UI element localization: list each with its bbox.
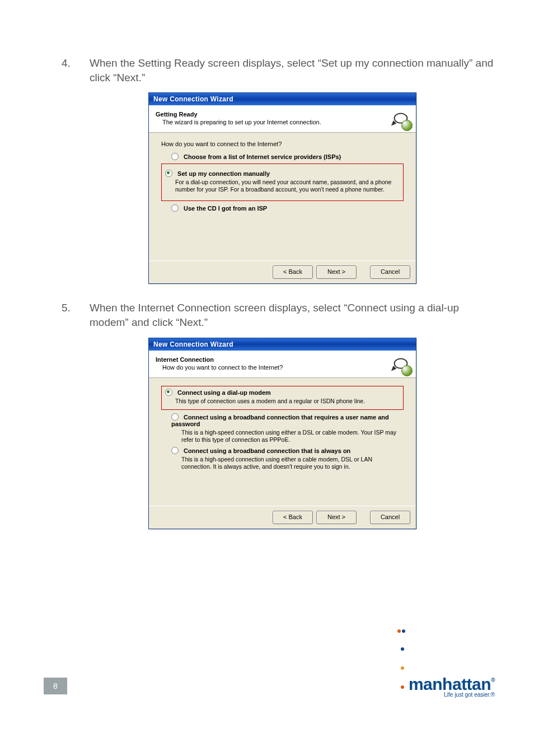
highlighted-option: Connect using a dial-up modem This type … [161, 386, 404, 410]
radio-label: Use the CD I got from an ISP [184, 205, 267, 212]
brand-text: manhattan [409, 675, 491, 693]
radio-option-dialup[interactable]: Connect using a dial-up modem [165, 389, 400, 396]
dialog-titlebar: New Connection Wizard [149, 338, 416, 351]
back-button[interactable]: < Back [273, 265, 313, 279]
step-5-text: 5.When the Internet Connection screen di… [76, 301, 495, 329]
option-description: This is a high-speed connection using ei… [181, 429, 404, 444]
page-number: 8 [44, 678, 67, 694]
radio-icon [171, 204, 179, 212]
next-button[interactable]: Next > [316, 265, 357, 279]
radio-icon [165, 389, 172, 396]
dialog-getting-ready: New Connection Wizard Getting Ready The … [148, 92, 416, 284]
radio-label: Connect using a broadband connection tha… [171, 414, 389, 427]
radio-label: Set up my connection manually [177, 170, 270, 177]
radio-icon [171, 153, 179, 160]
step-5-number: 5. [76, 301, 90, 315]
option-description: For a dial-up connection, you will need … [175, 179, 400, 193]
radio-option-manual[interactable]: Set up my connection manually [165, 170, 400, 177]
brand-logo: manhattan® Life just got easier.® [397, 618, 495, 698]
button-bar: < Back Next > Cancel [149, 506, 416, 529]
radio-option-broadband-always[interactable]: Connect using a broadband connection tha… [171, 447, 404, 454]
dialog-header-subtitle: The wizard is preparing to set up your I… [162, 119, 409, 125]
step-4-number: 4. [76, 56, 90, 71]
dialog-header-subtitle: How do you want to connect to the Intern… [162, 364, 409, 371]
radio-option-broadband-auth[interactable]: Connect using a broadband connection tha… [171, 413, 404, 427]
dialog-header-title: Getting Ready [156, 111, 409, 118]
cancel-button[interactable]: Cancel [370, 511, 410, 524]
step-5-body: When the Internet Connection screen disp… [90, 302, 459, 328]
dialog-header: Internet Connection How do you want to c… [149, 351, 416, 378]
option-description: This type of connection uses a modem and… [175, 398, 400, 405]
radio-label: Connect using a broadband connection tha… [184, 447, 350, 454]
dialog-main: Connect using a dial-up modem This type … [149, 378, 416, 506]
dialog-titlebar: New Connection Wizard [149, 93, 416, 105]
next-button[interactable]: Next > [316, 511, 357, 524]
radio-icon [165, 170, 172, 177]
radio-label: Choose from a list of Internet service p… [184, 153, 341, 160]
wizard-icon [390, 354, 411, 375]
radio-option-isp-list[interactable]: Choose from a list of Internet service p… [171, 153, 404, 160]
step-4-body: When the Setting Ready screen displays, … [90, 57, 493, 83]
step-4-text: 4.When the Setting Ready screen displays… [76, 56, 495, 85]
dialog-header-title: Internet Connection [156, 356, 409, 363]
radio-option-use-cd[interactable]: Use the CD I got from an ISP [171, 204, 404, 212]
page-footer: 8 manhattan® Life just got easier.® [0, 666, 534, 694]
dialog-internet-connection: New Connection Wizard Internet Connectio… [148, 338, 416, 529]
dialog-main: How do you want to connect to the Intern… [149, 133, 416, 260]
radio-label: Connect using a dial-up modem [177, 389, 271, 396]
button-bar: < Back Next > Cancel [149, 260, 416, 283]
option-description: This is a high-speed connection using ei… [181, 456, 404, 470]
highlighted-option: Set up my connection manually For a dial… [161, 164, 404, 200]
radio-icon [171, 413, 179, 421]
cancel-button[interactable]: Cancel [370, 265, 410, 279]
radio-icon [171, 447, 179, 454]
brand-dots-icon [397, 618, 406, 639]
dialog-header: Getting Ready The wizard is preparing to… [149, 105, 416, 133]
wizard-icon [390, 109, 411, 130]
question-text: How do you want to connect to the Intern… [161, 141, 404, 147]
back-button[interactable]: < Back [273, 511, 313, 524]
